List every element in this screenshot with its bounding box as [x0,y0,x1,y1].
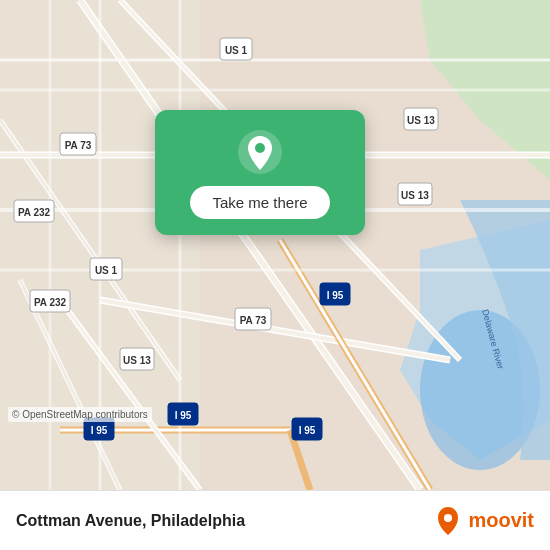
moovit-brand-icon [432,505,464,537]
svg-text:I 95: I 95 [175,410,192,421]
svg-text:US 13: US 13 [401,190,429,201]
svg-text:I 95: I 95 [91,425,108,436]
svg-text:US 1: US 1 [225,45,248,56]
moovit-logo: moovit [432,505,534,537]
svg-point-59 [255,143,265,153]
map-pin-icon [236,128,284,176]
bottom-bar: Cottman Avenue, Philadelphia moovit [0,490,550,550]
svg-text:I 95: I 95 [299,425,316,436]
svg-text:PA 73: PA 73 [240,315,267,326]
map-container: US 1 US 1 US 13 US 13 PA 73 PA 73 PA 232… [0,0,550,490]
copyright-text: © OpenStreetMap contributors [8,407,152,422]
location-name: Cottman Avenue, Philadelphia [16,512,245,530]
svg-text:I 95: I 95 [327,290,344,301]
svg-text:US 13: US 13 [407,115,435,126]
take-me-there-button[interactable]: Take me there [190,186,329,219]
svg-text:PA 232: PA 232 [18,207,51,218]
moovit-brand-text: moovit [468,509,534,532]
svg-text:PA 73: PA 73 [65,140,92,151]
svg-point-60 [444,514,452,522]
popup-card[interactable]: Take me there [155,110,365,235]
svg-text:US 1: US 1 [95,265,118,276]
location-info: Cottman Avenue, Philadelphia [16,512,245,530]
svg-text:US 13: US 13 [123,355,151,366]
svg-text:PA 232: PA 232 [34,297,67,308]
